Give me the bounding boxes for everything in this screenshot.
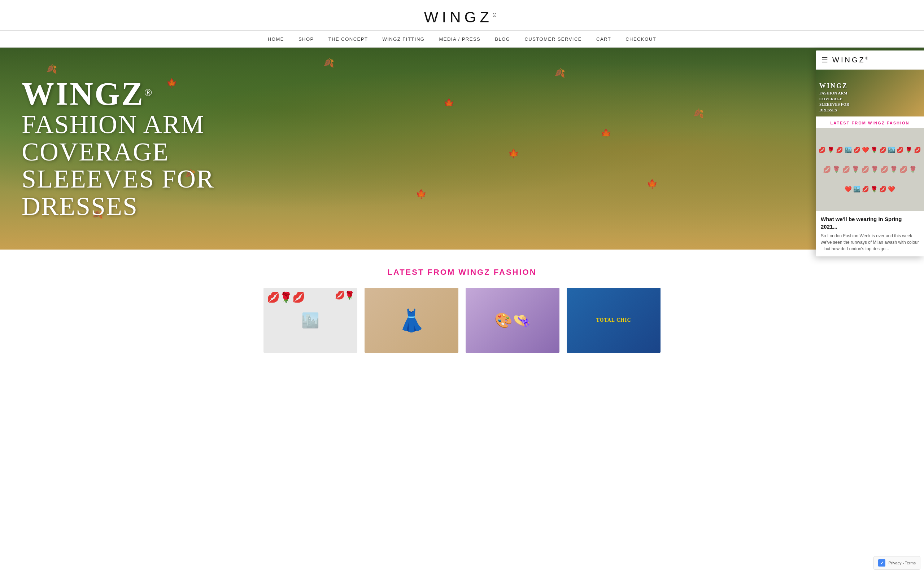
main-nav: HOME SHOP THE CONCEPT WINGZ FITTING MEDI… [0,30,924,48]
blog-thumb-2 [365,288,459,353]
mobile-blog-image[interactable]: 💋🌹💋 🏙️💋❤️ 🌹💋🏙️ 💋🌹💋 ❤️🏙️💋 🌹💋❤️ [816,128,924,211]
blog-thumb-icon-1: 💋🌹 [335,291,354,300]
latest-section: LATEST FROM WINGZ FASHION 💋🌹 [0,250,924,364]
mobile-hero-line-3: COVERAGE [819,96,849,102]
site-header: WINGZ® [0,0,924,30]
mobile-blog-collage: 💋🌹💋 🏙️💋❤️ 🌹💋🏙️ 💋🌹💋 ❤️🏙️💋 🌹💋❤️ [816,128,924,211]
nav-customer-service[interactable]: CUSTOMER SERVICE [525,36,582,42]
hero-text-block: WINGZ® FASHION ARM COVERAGE SLEEEVES FOR… [0,63,236,235]
hero-section: 🍂 🍁 🍂 🍁 🍂 🍁 🍂 🍁 🍂 🍁 🍂 🍁 WINGZ® FASHION A… [0,48,924,250]
blog-card-4[interactable] [567,288,661,353]
blog-thumb-4 [567,288,661,353]
logo-registered: ® [493,12,500,18]
mobile-logo: WINGZ® [832,56,870,64]
logo-text: WINGZ [424,9,493,26]
nav-cart[interactable]: CART [596,36,611,42]
mobile-hero-line-2: FASHION ARM [819,90,849,96]
blog-grid: 💋🌹 [263,288,661,353]
hero-line-1: FASHION ARM [22,110,205,139]
hamburger-icon[interactable]: ☰ [822,56,828,64]
hero-line-4: DRESSES [22,192,138,221]
mobile-blog-content: What we'll be wearing in Spring 2021... … [816,211,924,256]
blog-card-3[interactable] [465,288,559,353]
nav-shop[interactable]: SHOP [299,36,314,42]
mobile-hero-thumb[interactable]: WINGZ FASHION ARM COVERAGE SLEEEVES FOR … [816,69,924,116]
nav-concept[interactable]: THE CONCEPT [328,36,368,42]
blog-thumb-3 [465,288,559,353]
nav-blog[interactable]: BLOG [495,36,510,42]
nav-home[interactable]: HOME [268,36,284,42]
blog-card-1[interactable]: 💋🌹 [263,288,357,353]
blog-card-2[interactable] [365,288,459,353]
hero-line-3: SLEEEVES FOR [22,164,215,193]
hero-reg: ® [144,87,153,98]
mobile-hero-line-5: DRESSES [819,108,849,113]
latest-heading: LATEST FROM WINGZ FASHION [7,268,917,277]
nav-media[interactable]: MEDIA / PRESS [439,36,480,42]
nav-checkout[interactable]: CHECKOUT [625,36,656,42]
mobile-latest-title: LATEST FROM WINGZ FASHION [816,116,924,128]
mobile-header: ☰ WINGZ® [816,50,924,69]
mobile-logo-reg: ® [866,56,870,60]
blog-thumb-1: 💋🌹 [263,288,357,353]
hero-heading: WINGZ® FASHION ARM COVERAGE SLEEEVES FOR… [22,77,215,220]
nav-fitting[interactable]: WINGZ FITTING [382,36,425,42]
mobile-post-title[interactable]: What we'll be wearing in Spring 2021... [816,211,924,233]
mobile-overlay-panel: ☰ WINGZ® WINGZ FASHION ARM COVERAGE SLEE… [816,50,924,256]
site-logo: WINGZ® [0,9,924,26]
mobile-hero-text: WINGZ FASHION ARM COVERAGE SLEEEVES FOR … [819,82,849,113]
mobile-logo-text: WINGZ [832,56,866,64]
hero-brand: WINGZ [22,76,144,112]
mobile-hero-line-4: SLEEEVES FOR [819,102,849,107]
hero-line-2: COVERAGE [22,137,169,166]
mobile-post-excerpt: So London Fashion Week is over and this … [816,233,924,256]
mobile-hero-line-1: WINGZ [819,82,849,90]
